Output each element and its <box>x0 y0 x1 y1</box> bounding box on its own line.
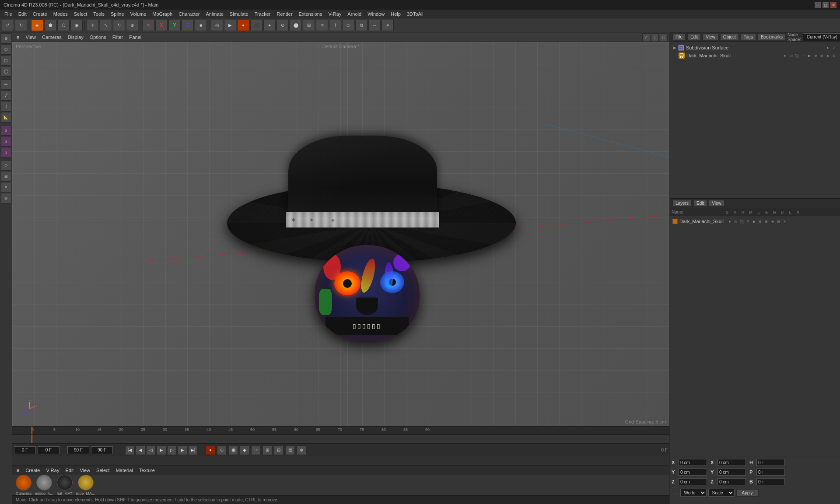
cube-button[interactable]: ⬛ <box>250 20 262 31</box>
menu-spline[interactable]: Spline <box>108 10 127 18</box>
mat-menu-create[interactable]: Create <box>23 467 42 474</box>
layer-row-skull[interactable]: Dark_Mariachi_Skull ● ◎ ⬛ ⌗ ▶ ⊕ ⊞ ◈ ⊟ ✕ <box>671 217 839 226</box>
layers-button[interactable]: Layers <box>672 200 692 206</box>
timeline-extra-2[interactable]: ⊟ <box>274 445 284 455</box>
vp-menu-view[interactable]: View <box>23 34 38 41</box>
mat-menu-select[interactable]: Select <box>94 467 112 474</box>
vp-menu-toggle[interactable]: ≡ <box>14 34 22 41</box>
display-button[interactable]: ☀ <box>382 20 394 31</box>
layer-x[interactable]: ✕ <box>782 219 788 224</box>
next-keyframe-button[interactable]: ▷ <box>167 445 177 455</box>
new-object-button[interactable]: ✕ <box>142 20 154 31</box>
axis-z-button[interactable]: Z <box>182 20 194 31</box>
timeline-track[interactable] <box>12 434 669 443</box>
layer-lock[interactable]: ⌗ <box>746 219 751 224</box>
autokey-button[interactable]: ⊙ <box>217 445 227 455</box>
coord-system-select[interactable]: World Object <box>680 489 707 497</box>
motion-button[interactable]: ▣ <box>228 445 238 455</box>
spline-button[interactable]: ≋ <box>316 20 328 31</box>
timeline-max-input[interactable] <box>91 446 113 454</box>
render-view-button[interactable]: ▶ <box>224 20 236 31</box>
layers-view-button[interactable]: View <box>709 200 724 206</box>
check-icon[interactable]: ✓ <box>831 45 836 50</box>
mat-menu-view[interactable]: View <box>77 467 93 474</box>
hair-button[interactable]: ⌇ <box>329 20 341 31</box>
deformer-button[interactable]: ⊞ <box>303 20 315 31</box>
menu-vray[interactable]: V-Ray <box>326 10 344 18</box>
sidebar-s2-tool[interactable]: S <box>1 136 11 147</box>
mat-menu-material[interactable]: Material <box>113 467 136 474</box>
sidebar-edge-mode[interactable]: ◫ <box>1 55 11 66</box>
object-row-skull[interactable]: Dark_Mariachi_Skull ● ◎ ⬛ ⌗ ▶ ⊕ ⊞ ◈ ⊟ <box>672 52 838 60</box>
menu-tracker[interactable]: Tracker <box>252 10 273 18</box>
view-button-rp[interactable]: View <box>703 34 718 40</box>
timeline-end-input[interactable] <box>67 446 89 454</box>
pos-y-input[interactable] <box>679 469 707 476</box>
skull-other-2[interactable]: ⊞ <box>819 53 824 58</box>
pos-x-input[interactable] <box>679 459 707 466</box>
file-button[interactable]: File <box>672 34 686 40</box>
scale-tool-button[interactable]: ⤡ <box>100 20 112 31</box>
minimize-button[interactable]: ─ <box>815 2 821 8</box>
material-button[interactable]: ⬤ <box>290 20 302 31</box>
skull-other-4[interactable]: ⊟ <box>831 53 836 58</box>
layers-edit-button[interactable]: Edit <box>693 200 707 206</box>
close-button[interactable]: ✕ <box>830 2 836 8</box>
sidebar-paint-tool[interactable]: ✏ <box>1 79 11 90</box>
menu-mograph[interactable]: MoGraph <box>150 10 175 18</box>
prev-keyframe-button[interactable]: ◁ <box>146 445 156 455</box>
sidebar-soft-tool[interactable]: ⊃ <box>1 160 11 171</box>
menu-character[interactable]: Character <box>176 10 202 18</box>
menu-arnold[interactable]: Arnold <box>345 10 364 18</box>
timeline-extra-1[interactable]: ⊞ <box>262 445 272 455</box>
layer-box[interactable]: ⬛ <box>739 219 745 224</box>
viewport[interactable]: ✶ ✶ ◈ <box>12 42 669 426</box>
sidebar-knife-tool[interactable]: ╱ <box>1 90 11 101</box>
record-button[interactable]: ● <box>206 445 215 455</box>
light-button[interactable]: ⊙ <box>276 20 289 31</box>
transform-tool-button[interactable]: ⊕ <box>126 20 138 31</box>
sidebar-layer-tool[interactable]: ≡ <box>1 182 11 192</box>
skull-other-1[interactable]: ⊕ <box>813 53 818 58</box>
edge-mode-button[interactable]: ⬡ <box>57 20 70 31</box>
rot-x-input[interactable] <box>718 459 746 466</box>
vp-menu-panel[interactable]: Panel <box>126 34 144 41</box>
goto-end-button[interactable]: ▶| <box>188 445 198 455</box>
timeline-extra-3[interactable]: ▤ <box>285 445 295 455</box>
sidebar-s3-tool[interactable]: S <box>1 147 11 158</box>
layer-d[interactable]: ◈ <box>770 219 775 224</box>
menu-modes[interactable]: Modes <box>51 10 70 18</box>
point-mode-button[interactable]: ◉ <box>70 20 83 31</box>
paint-button[interactable]: ⬭ <box>342 20 354 31</box>
next-frame-button[interactable]: ▶ <box>178 445 187 455</box>
skull-vis-icon[interactable]: ● <box>782 53 788 58</box>
sidebar-bridge-tool[interactable]: ⌇ <box>1 101 11 112</box>
maximize-button[interactable]: □ <box>822 2 829 8</box>
sidebar-scene-tool[interactable]: ⊛ <box>1 193 11 203</box>
skull-check-icon[interactable]: ⬛ <box>794 53 800 58</box>
size-h-input[interactable] <box>756 459 785 466</box>
coord-mode-select[interactable]: Scale Move Rotate <box>708 489 735 497</box>
sidebar-point-mode[interactable]: ◯ <box>1 66 11 77</box>
play-button[interactable]: ▶ <box>157 445 166 455</box>
prev-frame-button[interactable]: ◀ <box>136 445 145 455</box>
menu-render[interactable]: Render <box>274 10 295 18</box>
vp-maximize-button[interactable]: □ <box>660 33 668 41</box>
layer-vis[interactable]: ● <box>727 219 732 224</box>
menu-extensions[interactable]: Extensions <box>296 10 325 18</box>
node-space-select[interactable]: Current (V-Ray) <box>803 33 840 41</box>
mesh-mode-button[interactable]: ⬟ <box>44 20 56 31</box>
skull-lock-icon[interactable]: ◎ <box>788 53 794 58</box>
undo-button[interactable]: ↺ <box>2 20 14 31</box>
layer-e[interactable]: ⊟ <box>776 219 781 224</box>
tags-button[interactable]: Tags <box>741 34 756 40</box>
skull-camera-icon[interactable]: ▶ <box>807 53 812 58</box>
axis-y-button[interactable]: Y <box>168 20 181 31</box>
pos-z-input[interactable] <box>679 478 707 485</box>
rot-y-input[interactable] <box>718 469 746 476</box>
keyframe-button[interactable]: ◆ <box>240 445 249 455</box>
vp-fullscreen-button[interactable]: ⤢ <box>642 33 650 41</box>
size-p-input[interactable] <box>756 469 785 476</box>
menu-volume[interactable]: Volume <box>128 10 149 18</box>
menu-simulate[interactable]: Simulate <box>227 10 251 18</box>
